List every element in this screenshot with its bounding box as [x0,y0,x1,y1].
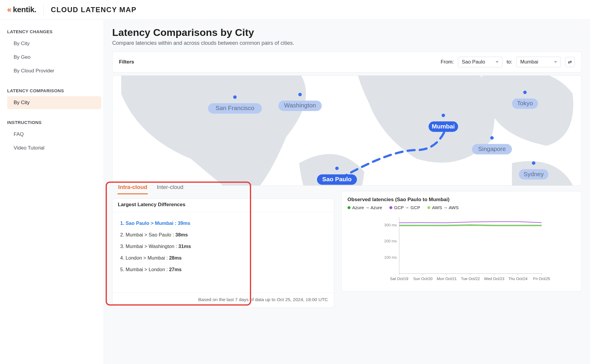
sidebar-item[interactable]: Video Tutorial [7,142,101,155]
page-title: Latency Comparisons by City [112,27,582,38]
svg-text:Mon Oct/21: Mon Oct/21 [437,276,456,281]
svg-text:Wed Oct/23: Wed Oct/23 [484,276,504,281]
diff-row[interactable]: 1. Sao Paulo > Mumbai : 39ms [120,217,326,229]
sidebar: LATENCY CHANGESBy CityBy GeoBy Cloud Pro… [0,20,104,364]
svg-point-21 [532,161,535,165]
svg-text:Tue Oct/22: Tue Oct/22 [461,276,480,281]
latency-chart: 100 ms200 ms300 msSat Oct/19Sun Oct/20Mo… [342,214,581,291]
legend-item: GCP → GCP [389,205,420,210]
diff-row[interactable]: 4. London > Mumbai : 28ms [120,252,326,264]
filters-bar: Filters From: Sao Paulo to: Mumbai ⇄ [112,52,582,72]
legend-item: AWS → AWS [427,205,459,210]
main-content: Latency Comparisons by City Compare late… [104,20,590,364]
to-label: to: [507,59,512,65]
page-subtitle: Compare latencies within and across clou… [112,40,582,46]
chevron-down-icon [496,61,499,63]
svg-text:Singapore: Singapore [478,145,506,152]
sidebar-heading: LATENCY CHANGES [7,29,101,34]
latency-map[interactable]: San FranciscoWashingtonLondonSao PauloMu… [112,75,582,186]
chevron-down-icon [554,61,557,63]
swap-icon: ⇄ [568,59,572,64]
svg-text:Tokyo: Tokyo [517,100,533,107]
svg-text:Sun Oct/20: Sun Oct/20 [413,276,432,281]
sidebar-heading: INSTRUCTIONS [7,120,101,125]
swap-button[interactable]: ⇄ [565,57,575,67]
sidebar-item[interactable]: By City [7,37,101,50]
svg-text:100 ms: 100 ms [384,255,397,260]
diff-row[interactable]: 3. Mumbai > Washington : 31ms [120,241,326,252]
diff-footer: Based on the last 7 days of data up to O… [112,293,334,308]
sidebar-item[interactable]: By Cloud Provider [7,64,101,77]
logo[interactable]: « kentik. [7,5,36,14]
logo-icon: « [7,5,11,14]
diff-row[interactable]: 2. Mumbai > Sao Paulo : 38ms [120,229,326,241]
svg-text:200 ms: 200 ms [384,239,397,243]
diff-heading: Largest Latency Differences [112,199,334,212]
filters-label: Filters [119,59,437,65]
svg-point-12 [442,114,445,117]
svg-text:Fri Oct/25: Fri Oct/25 [533,276,550,281]
svg-text:Thu Oct/24: Thu Oct/24 [508,276,527,281]
from-city-dropdown[interactable]: Sao Paulo [458,57,502,67]
to-city-dropdown[interactable]: Mumbai [516,57,561,67]
legend-item: Azure → Azure [348,205,382,210]
tab-intra-cloud[interactable]: Intra-cloud [118,181,148,194]
sidebar-item[interactable]: By City [7,96,101,109]
cloud-tabs: Intra-cloudInter-cloud [112,181,334,194]
header: « kentik. CLOUD LATENCY MAP [0,0,590,20]
svg-text:Sat Oct/19: Sat Oct/19 [390,276,408,281]
sidebar-heading: LATENCY COMPARISONS [7,88,101,93]
header-divider [43,4,44,15]
svg-text:Sydney: Sydney [524,171,544,177]
from-label: From: [441,59,454,65]
svg-text:Mumbai: Mumbai [432,123,455,130]
svg-point-0 [233,96,237,99]
svg-text:San Francisco: San Francisco [215,104,254,111]
svg-point-15 [490,136,494,140]
latency-diff-panel: Largest Latency Differences 1. Sao Paulo… [112,198,334,308]
to-city-value: Mumbai [520,59,538,65]
diff-row[interactable]: 5. Mumbai > London : 27ms [120,264,326,275]
sidebar-item[interactable]: By Geo [7,51,101,64]
sidebar-item[interactable]: FAQ [7,128,101,141]
tab-inter-cloud[interactable]: Inter-cloud [156,181,184,194]
from-city-value: Sao Paulo [462,59,485,65]
svg-point-3 [298,93,302,96]
observed-latencies-panel: Observed latencies (Sao Paulo to Mumbai)… [341,191,582,292]
svg-point-9 [335,166,339,170]
logo-text: kentik. [13,5,36,14]
svg-point-18 [523,90,527,94]
header-title: CLOUD LATENCY MAP [51,6,137,14]
observed-heading: Observed latencies (Sao Paulo to Mumbai) [342,191,581,205]
svg-text:300 ms: 300 ms [384,223,397,227]
svg-text:Washington: Washington [284,102,316,109]
